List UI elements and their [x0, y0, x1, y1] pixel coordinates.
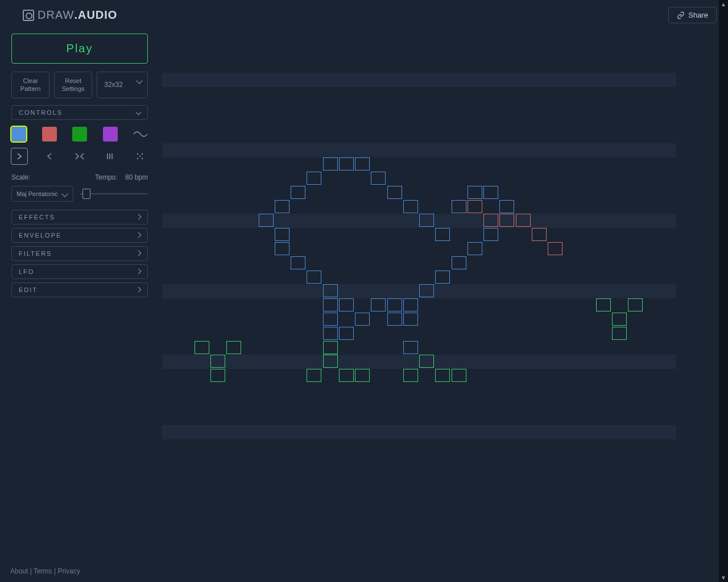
grid-cell[interactable] — [323, 298, 338, 311]
slider-thumb[interactable] — [82, 189, 90, 199]
footer-privacy[interactable]: Privacy — [57, 567, 80, 575]
grid-cell[interactable] — [323, 341, 338, 354]
grid-cell[interactable] — [339, 157, 354, 171]
direction-left[interactable] — [42, 148, 57, 164]
logo-icon — [23, 10, 34, 21]
scale-select[interactable]: Maj Pentatonic — [11, 186, 73, 202]
grid-cell[interactable] — [468, 200, 482, 213]
grid-cell[interactable] — [291, 256, 305, 269]
grid-cell[interactable] — [387, 186, 402, 199]
grid-cell[interactable] — [307, 172, 321, 185]
grid-cell[interactable] — [419, 355, 434, 368]
grid-cell[interactable] — [323, 157, 338, 171]
grid-cell[interactable] — [532, 228, 547, 241]
grid-cell[interactable] — [499, 200, 514, 213]
color-swatch-red[interactable] — [42, 127, 57, 142]
footer-about[interactable]: About — [10, 567, 28, 575]
footer-terms[interactable]: Terms — [34, 567, 52, 575]
grid-cell[interactable] — [612, 327, 627, 340]
grid-cell[interactable] — [483, 214, 498, 227]
scale-label: Scale: — [11, 173, 30, 181]
wave-icon[interactable] — [133, 127, 148, 142]
grid-cell[interactable] — [355, 157, 370, 171]
grid-cell[interactable] — [355, 369, 370, 382]
grid-cell[interactable] — [419, 284, 434, 297]
logo-text-thin: DRAW — [38, 9, 74, 21]
direction-converge[interactable] — [72, 148, 88, 164]
clear-pattern-button[interactable]: Clear Pattern — [11, 72, 49, 98]
grid-cell[interactable] — [226, 341, 241, 354]
grid-cell[interactable] — [323, 313, 338, 326]
grid-cell[interactable] — [195, 341, 209, 354]
svg-point-1 — [142, 153, 143, 154]
color-swatch-green[interactable] — [72, 127, 87, 142]
grid-cell[interactable] — [323, 284, 338, 297]
tempo-slider[interactable] — [80, 193, 148, 194]
section-envelope[interactable]: ENVELOPE — [11, 228, 148, 243]
grid-cell[interactable] — [596, 298, 611, 311]
grid-cell[interactable] — [403, 200, 418, 213]
grid-cell[interactable] — [403, 313, 418, 326]
grid-cell[interactable] — [452, 200, 466, 213]
grid-cell[interactable] — [210, 355, 225, 368]
grid-cell[interactable] — [307, 369, 321, 382]
grid-cell[interactable] — [323, 355, 338, 368]
section-effects[interactable]: EFFECTS — [11, 210, 148, 225]
grid-cell[interactable] — [435, 228, 450, 241]
grid-cell[interactable] — [516, 214, 531, 227]
color-swatch-purple[interactable] — [103, 127, 118, 142]
grid-cell[interactable] — [259, 214, 274, 227]
grid-cell[interactable] — [387, 298, 402, 311]
svg-point-2 — [139, 155, 140, 156]
grid-cell[interactable] — [628, 298, 643, 311]
grid-cell[interactable] — [483, 228, 498, 241]
grid-cell[interactable] — [339, 327, 354, 340]
grid-cell[interactable] — [435, 271, 450, 284]
grid-cell[interactable] — [387, 313, 402, 326]
direction-scatter[interactable] — [132, 148, 148, 164]
grid-size-select[interactable]: 32x32 — [97, 72, 148, 98]
color-swatch-row — [11, 127, 148, 142]
grid-cell[interactable] — [339, 298, 354, 311]
grid-cell[interactable] — [339, 369, 354, 382]
grid-cell[interactable] — [210, 369, 225, 382]
grid-cell[interactable] — [403, 341, 418, 354]
direction-right[interactable] — [11, 148, 27, 164]
grid-cell[interactable] — [355, 313, 370, 326]
scroll-down-icon[interactable]: ▼ — [721, 575, 726, 581]
grid-cell[interactable] — [452, 256, 466, 269]
section-lfo[interactable]: LFO — [11, 264, 148, 279]
grid-cell[interactable] — [307, 271, 321, 284]
direction-tools — [11, 148, 148, 164]
grid-cell[interactable] — [419, 214, 434, 227]
play-button[interactable]: Play — [11, 34, 148, 64]
share-button[interactable]: Share — [668, 7, 717, 23]
section-filters[interactable]: FILTERS — [11, 246, 148, 261]
grid-cell[interactable] — [275, 200, 289, 213]
pattern-grid[interactable] — [162, 31, 676, 485]
grid-cell[interactable] — [612, 313, 627, 326]
direction-bars[interactable] — [102, 148, 118, 164]
section-edit[interactable]: EDIT — [11, 282, 148, 297]
chevron-right-icon — [136, 214, 142, 220]
grid-cell[interactable] — [548, 242, 562, 255]
chevron-right-icon — [136, 232, 142, 238]
grid-cell[interactable] — [275, 242, 289, 255]
grid-cell[interactable] — [435, 369, 450, 382]
grid-cell[interactable] — [483, 186, 498, 199]
grid-cell[interactable] — [371, 172, 386, 185]
reset-settings-button[interactable]: Reset Settings — [54, 72, 92, 98]
grid-cell[interactable] — [403, 298, 418, 311]
grid-cell[interactable] — [275, 228, 289, 241]
scroll-up-icon[interactable]: ▲ — [721, 1, 726, 7]
grid-cell[interactable] — [468, 186, 482, 199]
grid-cell[interactable] — [323, 327, 338, 340]
grid-cell[interactable] — [452, 369, 466, 382]
grid-cell[interactable] — [468, 242, 482, 255]
grid-cell[interactable] — [371, 298, 386, 311]
grid-cell[interactable] — [291, 186, 305, 199]
grid-cell[interactable] — [403, 369, 418, 382]
section-controls[interactable]: CONTROLS — [11, 105, 148, 120]
grid-cell[interactable] — [499, 214, 514, 227]
color-swatch-blue[interactable] — [11, 127, 26, 142]
